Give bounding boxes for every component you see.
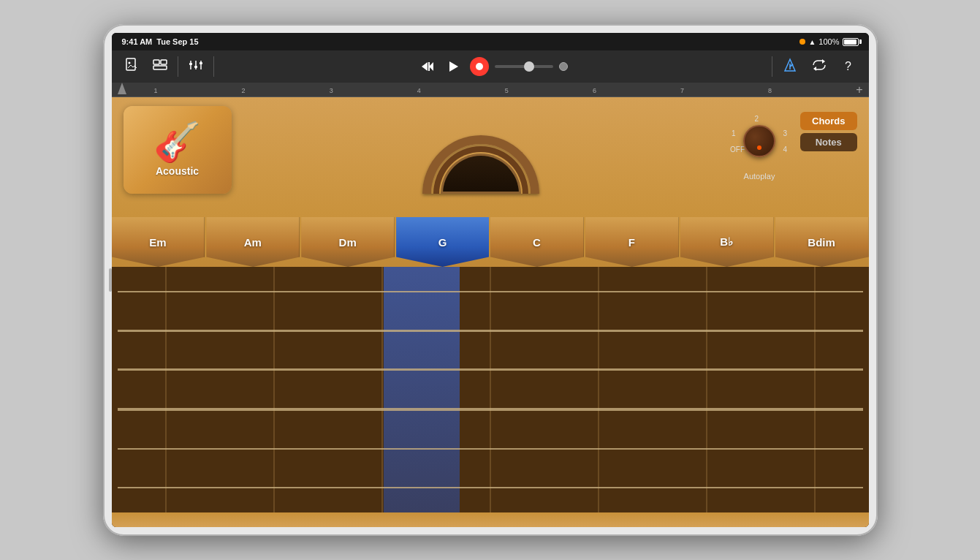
- chord-key-f[interactable]: F: [585, 217, 679, 267]
- fret-line-6: [706, 267, 707, 512]
- toolbar-right: ?: [778, 55, 860, 78]
- svg-rect-4: [153, 66, 167, 69]
- ruler-mark-3: 3: [330, 83, 333, 97]
- loop-button[interactable]: [808, 55, 831, 78]
- volume-thumb[interactable]: [524, 61, 534, 72]
- fret-lines: [112, 267, 869, 512]
- rewind-button[interactable]: [417, 56, 438, 77]
- notes-button[interactable]: Notes: [800, 133, 857, 151]
- play-button[interactable]: [444, 56, 464, 77]
- fret-line-1: [165, 267, 167, 512]
- status-bar: 9:41 AM Tue Sep 15 ▲ 100%: [112, 33, 869, 50]
- autoplay-knob-container: 1 2 3 4 OFF: [730, 112, 789, 170]
- chord-key-dm[interactable]: Dm: [301, 217, 395, 267]
- volume-slider[interactable]: [495, 65, 553, 68]
- transport-controls: [220, 56, 766, 77]
- guitar-icon: 🎸: [153, 123, 201, 161]
- svg-rect-2: [153, 60, 159, 64]
- autoplay-label-3: 3: [783, 129, 787, 137]
- instrument-thumbnail[interactable]: 🎸 Acoustic: [124, 106, 232, 194]
- mixer-button[interactable]: [184, 55, 208, 78]
- soundhole: [422, 121, 539, 194]
- svg-rect-9: [194, 66, 197, 68]
- record-icon: [476, 63, 483, 70]
- wifi-icon: ▲: [808, 38, 816, 46]
- guitar-area: 🎸 Acoustic: [112, 97, 869, 527]
- svg-marker-11: [422, 62, 428, 71]
- ipad-frame: 9:41 AM Tue Sep 15 ▲ 100%: [103, 24, 878, 536]
- svg-marker-18: [822, 59, 825, 64]
- battery-fill: [844, 39, 856, 45]
- timeline-ruler: 1 2 3 4 5 6 7 8 +: [112, 83, 869, 97]
- guitar-main: 🎸 Acoustic: [112, 97, 869, 527]
- guitar-top-panel: 🎸 Acoustic: [112, 97, 869, 214]
- chord-strip: Em Am Dm G C F B♭ Bdim: [112, 214, 869, 267]
- orange-dot-icon: [799, 39, 805, 45]
- svg-marker-20: [118, 83, 126, 94]
- string-3: [118, 368, 863, 371]
- string-6: [118, 487, 863, 488]
- fret-line-4: [490, 267, 491, 512]
- view-toggle-button[interactable]: [148, 55, 172, 78]
- record-button[interactable]: [470, 57, 489, 76]
- toolbar-divider-3: [772, 56, 772, 77]
- new-song-icon: [126, 58, 139, 75]
- fret-line-5: [598, 267, 599, 512]
- ruler-mark-1: 1: [154, 83, 158, 97]
- metronome-icon: [783, 58, 797, 75]
- knob-position-indicator: [757, 145, 761, 150]
- svg-rect-3: [161, 60, 167, 64]
- status-date: Tue Sep 15: [156, 37, 198, 46]
- battery-percent: 100%: [818, 37, 839, 46]
- chord-note-buttons: Chords Notes: [800, 112, 857, 151]
- ruler-mark-4: 4: [417, 83, 421, 97]
- chords-button[interactable]: Chords: [800, 112, 857, 130]
- chord-key-em[interactable]: Em: [112, 217, 205, 267]
- toolbar-divider-1: [178, 56, 178, 77]
- ruler-mark-5: 5: [505, 83, 509, 97]
- battery-icon: [843, 38, 859, 46]
- svg-marker-14: [449, 61, 458, 72]
- loop-icon: [812, 59, 827, 74]
- add-track-button[interactable]: +: [856, 83, 862, 97]
- autoplay-label-4: 4: [783, 145, 787, 154]
- new-song-button[interactable]: [121, 55, 144, 78]
- autoplay-area: 1 2 3 4 OFF Autoplay: [730, 112, 789, 181]
- help-icon: ?: [845, 60, 851, 73]
- fret-line-3: [381, 267, 383, 512]
- ruler-mark-2: 2: [242, 83, 246, 97]
- autoplay-knob[interactable]: [743, 125, 775, 157]
- fret-line-2: [273, 267, 275, 512]
- chord-key-g[interactable]: G: [396, 217, 489, 267]
- autoplay-label-2: 2: [755, 115, 759, 123]
- ruler-mark-7: 7: [680, 83, 684, 97]
- status-time: 9:41 AM: [122, 37, 153, 46]
- svg-marker-19: [813, 67, 816, 71]
- instrument-name: Acoustic: [156, 165, 199, 177]
- ipad-screen: 9:41 AM Tue Sep 15 ▲ 100%: [112, 33, 869, 527]
- fretboard-bottom: [112, 512, 869, 527]
- chord-key-c[interactable]: C: [490, 217, 584, 267]
- autoplay-label-off: OFF: [730, 145, 745, 154]
- autoplay-label: Autoplay: [744, 172, 775, 181]
- toolbar-left: [121, 55, 172, 78]
- svg-rect-8: [189, 63, 192, 65]
- svg-point-1: [128, 62, 130, 64]
- chord-key-am[interactable]: Am: [206, 217, 300, 267]
- controls-area: 1 2 3 4 OFF Autoplay: [730, 106, 857, 181]
- toolbar-divider-2: [213, 56, 214, 77]
- string-2: [118, 330, 863, 332]
- ruler-mark-8: 8: [768, 83, 772, 97]
- string-4: [118, 408, 863, 411]
- mixer-icon: [189, 58, 203, 75]
- help-button[interactable]: ?: [837, 55, 860, 78]
- ruler-marks: 1 2 3 4 5 6 7 8: [154, 83, 856, 97]
- fretboard[interactable]: [112, 267, 869, 512]
- toolbar: ?: [112, 50, 869, 83]
- chord-key-bdim[interactable]: Bdim: [775, 217, 869, 267]
- svg-rect-10: [200, 62, 202, 64]
- chord-key-bb[interactable]: B♭: [680, 217, 774, 267]
- string-5: [118, 448, 863, 450]
- view-toggle-icon: [153, 59, 167, 74]
- metronome-button[interactable]: [778, 55, 802, 78]
